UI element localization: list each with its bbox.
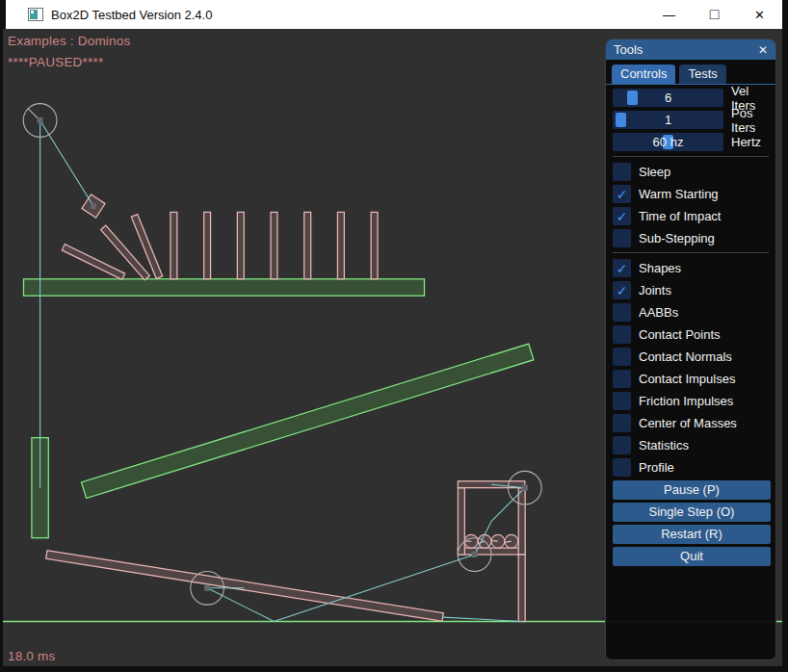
body-domino-fallen-1[interactable]: [62, 245, 124, 280]
body-domino-standing-5[interactable]: [304, 212, 311, 278]
checkbox-unchecked-box[interactable]: [613, 370, 631, 388]
checkbox-unchecked-box[interactable]: [613, 458, 631, 477]
body-shelf-top: [24, 279, 425, 296]
checkbox-friction-impulses[interactable]: Friction Impulses: [613, 392, 769, 410]
joint-anchor-point: [91, 203, 96, 209]
maximize-button[interactable]: □: [692, 0, 737, 29]
slider-row-pos-iters: 1Pos Iters: [613, 111, 769, 129]
checkbox-label: Sub-Stepping: [639, 231, 715, 246]
body-domino-standing-1[interactable]: [171, 212, 177, 278]
quit-button[interactable]: Quit: [613, 547, 771, 566]
checkbox-unchecked-box[interactable]: [613, 229, 631, 247]
window-title: Box2D Testbed Version 2.4.0: [51, 8, 212, 22]
joint-anchor-point: [522, 485, 528, 491]
checkbox-contact-normals[interactable]: Contact Normals: [613, 348, 769, 366]
panel-body: 6Vel Iters1Pos Iters60 hzHertz Sleep✓War…: [606, 85, 775, 566]
slider-value: 6: [613, 89, 723, 107]
body-shelf-angled: [81, 344, 533, 498]
checkbox-label: Center of Masses: [639, 416, 737, 430]
slider-hertz[interactable]: 60 hz: [613, 133, 723, 151]
window-controls: — □ ✕: [646, 0, 782, 29]
separator: [613, 252, 769, 253]
checkbox-label: Shapes: [639, 261, 681, 275]
checkbox-statistics[interactable]: Statistics: [613, 436, 769, 454]
checkbox-label: Warm Starting: [639, 187, 719, 201]
body-post-right[interactable]: [518, 555, 525, 621]
checkbox-unchecked-box[interactable]: [613, 303, 631, 322]
body-domino-standing-3[interactable]: [237, 212, 244, 278]
tab-tests[interactable]: Tests: [679, 65, 725, 84]
checkbox-unchecked-box[interactable]: [613, 163, 631, 181]
checkbox-unchecked-box[interactable]: [613, 414, 631, 432]
checkbox-unchecked-box[interactable]: [613, 325, 631, 344]
panel-close-icon[interactable]: ✕: [758, 43, 768, 57]
joint-segment: [275, 555, 475, 621]
checkbox-unchecked-box[interactable]: [613, 392, 631, 410]
joint-anchor-point: [204, 585, 210, 591]
tools-panel-titlebar[interactable]: Tools ✕: [606, 39, 775, 60]
slider-label: Hertz: [731, 135, 761, 149]
button-stack: Pause (P)Single Step (O)Restart (R)Quit: [613, 480, 769, 566]
tab-controls[interactable]: Controls: [612, 65, 675, 84]
slider-pos-iters[interactable]: 1: [613, 111, 723, 129]
checkbox-contact-impulses[interactable]: Contact Impulses: [613, 370, 769, 388]
paused-status: ****PAUSED****: [8, 55, 103, 69]
checkbox-shapes[interactable]: ✓Shapes: [613, 259, 769, 277]
physics-canvas[interactable]: Examples : Dominos ****PAUSED**** 18.0 m…: [3, 29, 782, 666]
frame-time: 18.0 ms: [8, 649, 55, 663]
body-domino-standing-7[interactable]: [371, 212, 378, 278]
slider-label: Pos Iters: [731, 106, 769, 135]
checkbox-sub-stepping[interactable]: Sub-Stepping: [613, 229, 769, 247]
checkbox-center-of-masses[interactable]: Center of Masses: [613, 414, 769, 432]
checkbox-unchecked-box[interactable]: [613, 348, 631, 366]
checkbox-sleep[interactable]: Sleep: [613, 163, 769, 181]
checkbox-label: Joints: [639, 283, 671, 297]
checkbox-warm-starting[interactable]: ✓Warm Starting: [613, 185, 769, 203]
checkbox-area: Sleep✓Warm Starting✓Time of ImpactSub-St…: [613, 156, 769, 477]
checkbox-checked-icon[interactable]: ✓: [613, 207, 631, 225]
separator: [613, 156, 769, 157]
tools-panel-title: Tools: [614, 42, 643, 57]
checkbox-time-of-impact[interactable]: ✓Time of Impact: [613, 207, 769, 225]
checkbox-label: Contact Impulses: [639, 372, 735, 386]
pause-p-button[interactable]: Pause (P): [613, 480, 771, 500]
body-domino-standing-2[interactable]: [204, 212, 211, 278]
checkbox-label: Contact Normals: [639, 349, 732, 364]
slider-row-hertz: 60 hzHertz: [613, 133, 769, 151]
checkbox-unchecked-box[interactable]: [613, 436, 631, 454]
ball-radius-line: [491, 541, 498, 542]
slider-vel-iters[interactable]: 6: [613, 89, 723, 107]
checkbox-label: Sleep: [639, 165, 670, 179]
joint-anchor-point: [38, 117, 43, 123]
tools-panel: Tools ✕ ControlsTests 6Vel Iters1Pos Ite…: [605, 39, 776, 660]
checkbox-profile[interactable]: Profile: [613, 458, 769, 477]
checkbox-joints[interactable]: ✓Joints: [613, 281, 769, 299]
checkbox-label: Friction Impulses: [639, 394, 733, 408]
example-title: Examples : Dominos: [8, 34, 130, 48]
minimize-button[interactable]: —: [646, 0, 692, 29]
checkbox-label: Statistics: [639, 438, 689, 452]
checkbox-checked-icon[interactable]: ✓: [613, 185, 631, 203]
checkbox-contact-points[interactable]: Contact Points: [613, 325, 769, 344]
window-icon: [28, 8, 43, 21]
checkbox-label: AABBs: [639, 305, 678, 320]
body-domino-standing-6[interactable]: [337, 212, 344, 278]
joint-anchor-point: [472, 552, 478, 557]
checkbox-label: Contact Points: [639, 327, 721, 342]
body-plank-seesaw[interactable]: [46, 551, 444, 622]
body-cradle-right-wall[interactable]: [518, 488, 525, 555]
checkbox-label: Profile: [639, 460, 674, 475]
joint-segment: [40, 120, 93, 206]
close-button[interactable]: ✕: [737, 0, 782, 29]
body-domino-standing-4[interactable]: [271, 212, 277, 278]
checkbox-label: Time of Impact: [639, 209, 721, 223]
restart-r-button[interactable]: Restart (R): [613, 525, 771, 544]
checkbox-checked-icon[interactable]: ✓: [613, 259, 631, 277]
titlebar[interactable]: Box2D Testbed Version 2.4.0 — □ ✕: [6, 0, 782, 29]
checkbox-aabbs[interactable]: AABBs: [613, 303, 769, 322]
single-step-o-button[interactable]: Single Step (O): [613, 503, 771, 522]
tab-bar: ControlsTests: [606, 60, 775, 85]
slider-group: 6Vel Iters1Pos Iters60 hzHertz: [613, 89, 769, 151]
slider-row-vel-iters: 6Vel Iters: [613, 89, 769, 107]
checkbox-checked-icon[interactable]: ✓: [613, 281, 631, 299]
